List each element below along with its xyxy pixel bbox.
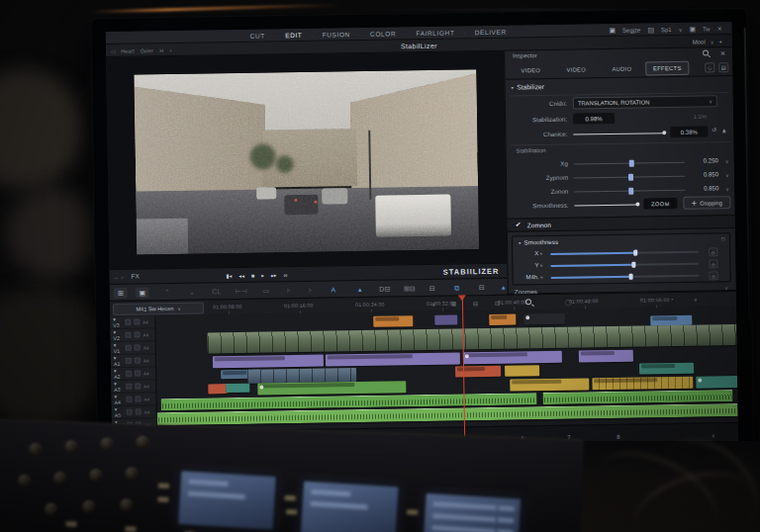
menu-page-deliver[interactable]: DELIVER: [475, 29, 507, 37]
inspector-tab-audio-2[interactable]: AUDIO: [600, 61, 643, 76]
slider-handle[interactable]: [628, 188, 633, 195]
razor-icon[interactable]: ▴: [353, 284, 367, 295]
slider-handle[interactable]: [628, 174, 633, 181]
inspector-tab-effects-3[interactable]: EFFECTS: [645, 61, 689, 76]
select-box-icon[interactable]: ⊠: [451, 300, 456, 307]
slider-track[interactable]: [551, 275, 700, 279]
panel-icon[interactable]: ▣: [689, 25, 696, 33]
jump-start-icon[interactable]: ▮◂: [226, 273, 232, 279]
cropping-button[interactable]: ✛Cropping: [683, 196, 730, 210]
timeline-clip[interactable]: [213, 355, 324, 369]
track-header[interactable]: ▾ A5A4: [112, 405, 156, 419]
search-icon[interactable]: [703, 49, 709, 55]
keyframe-icon[interactable]: ◇: [709, 259, 717, 268]
level-icon[interactable]: ▴: [722, 126, 725, 133]
video-preview[interactable]: [134, 69, 479, 254]
timeline-clip[interactable]: [226, 384, 249, 393]
chevron-down-icon[interactable]: ∨: [725, 158, 729, 164]
mark-in-icon[interactable]: ⊦: [282, 285, 296, 296]
close-icon[interactable]: ✕: [717, 25, 722, 32]
play-icon[interactable]: ▸: [261, 272, 264, 278]
menubar-item[interactable]: Sp1: [661, 27, 672, 33]
track-toggle[interactable]: [126, 397, 132, 402]
track-header[interactable]: ▾ A1A4: [111, 354, 155, 368]
track-toggle[interactable]: [135, 383, 141, 389]
track-header[interactable]: ▾ V1A4: [111, 341, 155, 355]
timeline-clip[interactable]: [463, 351, 562, 365]
track-toggle[interactable]: [126, 371, 132, 377]
loop-icon[interactable]: ∞: [283, 272, 287, 278]
mode-dropdown[interactable]: TRANSLATION, ROTATION∨: [573, 95, 717, 109]
close-icon[interactable]: ✕: [720, 49, 726, 57]
timeline-clip[interactable]: [639, 363, 694, 375]
panel-toggle-icon[interactable]: ▤: [718, 62, 728, 72]
chevron-down-icon[interactable]: ∨: [725, 172, 729, 178]
track-toggle[interactable]: [126, 358, 132, 364]
tool-a-icon[interactable]: ⌃: [160, 287, 174, 298]
track-toggle[interactable]: [135, 396, 141, 401]
search-icon[interactable]: [525, 299, 531, 305]
track-header[interactable]: ▾ A4A4: [111, 393, 155, 406]
checkbox-checked-icon[interactable]: ✔: [516, 221, 522, 228]
track-header[interactable]: ▾ A2A4: [111, 367, 155, 381]
chevron-down-icon[interactable]: ∨: [711, 39, 714, 44]
menubar-item[interactable]: Segjze: [622, 27, 640, 33]
track-header[interactable]: ▾ V3A4: [110, 315, 154, 329]
trim-edit-icon[interactable]: A: [327, 284, 340, 295]
track-toggle[interactable]: [126, 345, 132, 351]
keyframe-icon[interactable]: ◇: [710, 271, 718, 280]
slider-track[interactable]: [550, 251, 699, 255]
moon-icon[interactable]: ◔: [670, 297, 674, 303]
timeline-clip[interactable]: [257, 381, 406, 395]
link-icon[interactable]: ∨: [431, 301, 436, 308]
menu-page-edit[interactable]: EDIT: [285, 32, 302, 39]
tool-b-icon[interactable]: ⌄: [185, 287, 199, 298]
panel-options-icon[interactable]: ⊡: [721, 235, 725, 241]
timeline-clip[interactable]: [455, 366, 501, 378]
timeline-clip[interactable]: [326, 352, 460, 366]
track-toggle[interactable]: [125, 319, 131, 325]
track-toggle[interactable]: [126, 384, 132, 390]
trim-icon[interactable]: ⊢⊣: [235, 286, 248, 297]
slider-handle[interactable]: [629, 274, 633, 280]
timeline-clip[interactable]: [510, 378, 589, 391]
track-header[interactable]: ▾ A3A4: [111, 380, 155, 394]
add-icon[interactable]: +: [718, 39, 722, 44]
menu-page-color[interactable]: COLOR: [370, 30, 396, 37]
track-toggle[interactable]: [135, 344, 141, 350]
timeline-clip[interactable]: [207, 324, 736, 353]
timeline-name-dropdown[interactable]: M41 Sw Hecen∨: [113, 302, 204, 314]
timeline-clip[interactable]: [579, 350, 633, 363]
slider-track[interactable]: [574, 162, 685, 165]
timeline-clip[interactable]: [505, 365, 539, 377]
menubar-item[interactable]: Tw: [703, 26, 711, 32]
panel-icon[interactable]: ⊟: [473, 300, 478, 307]
chevron-down-icon[interactable]: ∨: [679, 26, 683, 32]
power-icon[interactable]: ◯: [565, 299, 572, 306]
full-view-icon[interactable]: ▣: [136, 287, 149, 298]
timeline-lanes[interactable]: [155, 307, 738, 431]
menu-page-fairlight[interactable]: FAIRLIGHT: [416, 29, 454, 37]
slider-track[interactable]: [550, 263, 699, 267]
zoom-mode-button[interactable]: ZOOM: [643, 198, 677, 210]
slider-track[interactable]: [574, 176, 685, 179]
grab-icon[interactable]: ⊡: [495, 300, 500, 307]
step-forward-icon[interactable]: ▸▸: [271, 272, 277, 278]
fx-label[interactable]: FX: [131, 272, 139, 279]
section-stabilizer[interactable]: ▾Stabilizer: [512, 83, 545, 91]
timeline-clip[interactable]: [650, 315, 692, 326]
timeline-view-icon[interactable]: ⊞: [114, 288, 128, 299]
timeline-clip[interactable]: [523, 313, 565, 325]
inspector-tab-video-1[interactable]: VIDEO: [554, 62, 598, 77]
stop-icon[interactable]: ■: [251, 272, 254, 278]
timeline-clip[interactable]: [489, 314, 516, 325]
timeline-clip[interactable]: [373, 315, 413, 327]
panel-icon[interactable]: ▤: [647, 26, 654, 34]
marker-icon[interactable]: ⊟: [475, 282, 489, 293]
track-toggle[interactable]: [134, 318, 140, 324]
menu-page-fusion[interactable]: FUSION: [323, 31, 350, 38]
step-back-icon[interactable]: ◂◂: [238, 272, 244, 278]
keyframe-icon[interactable]: ◇: [709, 247, 717, 256]
charice-slider[interactable]: [573, 133, 664, 134]
timeline-clip[interactable]: [434, 314, 457, 324]
